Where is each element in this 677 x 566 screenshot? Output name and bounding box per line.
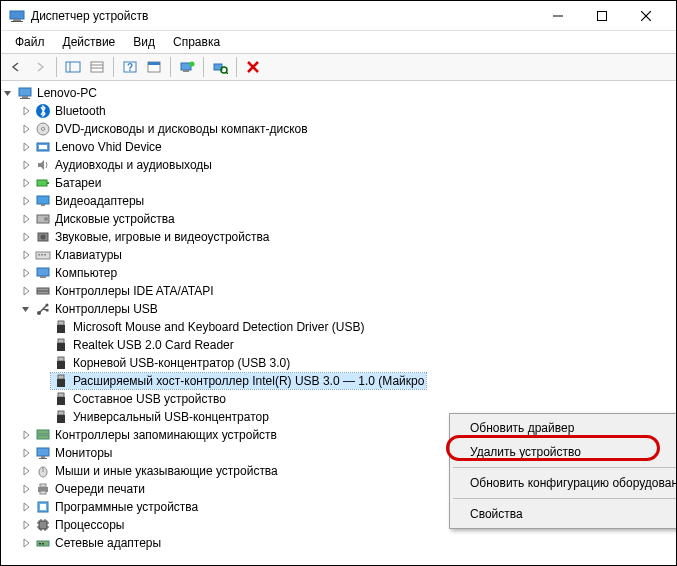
svg-point-18	[190, 62, 195, 67]
back-button[interactable]	[5, 56, 27, 78]
svg-rect-63	[58, 411, 64, 415]
monitor-icon	[35, 445, 51, 461]
menu-help[interactable]: Справка	[165, 33, 228, 51]
expand-collapse-icon[interactable]	[19, 248, 33, 262]
software-icon	[35, 499, 51, 515]
properties-sheet-button[interactable]	[143, 56, 165, 78]
forward-button[interactable]	[29, 56, 51, 78]
storage-icon	[35, 427, 51, 443]
expand-collapse-icon[interactable]	[19, 302, 33, 316]
ctx-scan-hardware[interactable]: Обновить конфигурацию оборудовани	[452, 471, 676, 495]
menu-file[interactable]: Файл	[7, 33, 53, 51]
expand-collapse-icon[interactable]	[19, 536, 33, 550]
menu-action[interactable]: Действие	[55, 33, 124, 51]
ide-icon	[35, 283, 51, 299]
expand-collapse-icon[interactable]	[19, 176, 33, 190]
expand-collapse-icon[interactable]	[19, 212, 33, 226]
tree-item-label: Видеоадаптеры	[55, 194, 144, 208]
usbdev-icon	[53, 355, 69, 371]
tree-device[interactable]: Составное USB устройство	[1, 390, 676, 408]
tree-category[interactable]: DVD-дисководы и дисководы компакт-дисков	[1, 120, 676, 138]
svg-rect-45	[40, 276, 46, 278]
svg-rect-0	[10, 11, 24, 19]
svg-rect-33	[47, 182, 49, 184]
expand-collapse-icon[interactable]	[19, 140, 33, 154]
title-bar: Диспетчер устройств	[1, 1, 676, 31]
tree-item-label: Аудиовходы и аудиовыходы	[55, 158, 212, 172]
svg-rect-74	[40, 491, 46, 494]
tree-item-label: Контроллеры запоминающих устройств	[55, 428, 277, 442]
tree-item-label: Процессоры	[55, 518, 125, 532]
tree-category[interactable]: Контроллеры IDE ATA/ATAPI	[1, 282, 676, 300]
scan-hardware-button[interactable]	[209, 56, 231, 78]
expand-collapse-icon[interactable]	[19, 482, 33, 496]
expand-collapse-icon[interactable]	[19, 266, 33, 280]
svg-rect-65	[37, 430, 49, 434]
tree-item-label: Контроллеры USB	[55, 302, 158, 316]
tree-category[interactable]: Видеоадаптеры	[1, 192, 676, 210]
tree-device[interactable]: Realtek USB 2.0 Card Reader	[1, 336, 676, 354]
tree-category[interactable]: Сетевые адаптеры	[1, 534, 676, 552]
expand-collapse-icon[interactable]	[19, 230, 33, 244]
lenovo-icon	[35, 139, 51, 155]
expand-collapse-icon[interactable]	[19, 158, 33, 172]
display-icon	[35, 193, 51, 209]
tree-item-label: Мониторы	[55, 446, 112, 460]
svg-rect-26	[20, 98, 30, 99]
help-button[interactable]: ?	[119, 56, 141, 78]
tree-category[interactable]: Дисковые устройства	[1, 210, 676, 228]
svg-rect-60	[57, 379, 65, 387]
svg-rect-41	[38, 254, 40, 256]
update-driver-button[interactable]	[176, 56, 198, 78]
svg-text:?: ?	[127, 62, 133, 73]
tree-device[interactable]: Microsoft Mouse and Keyboard Detection D…	[1, 318, 676, 336]
show-hide-console-button[interactable]	[62, 56, 84, 78]
tree-item-label: Звуковые, игровые и видеоустройства	[55, 230, 269, 244]
ctx-uninstall-device[interactable]: Удалить устройство	[452, 440, 676, 464]
toolbar-separator	[170, 57, 171, 77]
tree-category[interactable]: Контроллеры USB	[1, 300, 676, 318]
tree-category[interactable]: Аудиовходы и аудиовыходы	[1, 156, 676, 174]
battery-icon	[35, 175, 51, 191]
menu-view[interactable]: Вид	[125, 33, 163, 51]
close-button[interactable]	[624, 1, 668, 30]
svg-rect-57	[58, 357, 64, 361]
maximize-button[interactable]	[580, 1, 624, 30]
uninstall-button[interactable]	[242, 56, 264, 78]
tree-item-label: Программные устройства	[55, 500, 198, 514]
tree-root[interactable]: Lenovo-PC	[1, 84, 676, 102]
context-menu: Обновить драйвер Удалить устройство Обно…	[449, 413, 676, 529]
expand-collapse-icon[interactable]	[1, 86, 15, 100]
minimize-button[interactable]	[536, 1, 580, 30]
svg-rect-58	[57, 361, 65, 369]
svg-rect-73	[40, 484, 46, 487]
tree-device[interactable]: Расширяемый хост-контроллер Intel(R) USB…	[1, 372, 676, 390]
expand-collapse-icon[interactable]	[19, 464, 33, 478]
svg-rect-62	[57, 397, 65, 405]
expand-collapse-icon[interactable]	[19, 194, 33, 208]
expand-collapse-icon[interactable]	[19, 518, 33, 532]
properties-button[interactable]	[86, 56, 108, 78]
ctx-update-driver[interactable]: Обновить драйвер	[452, 416, 676, 440]
tree-category[interactable]: Lenovo Vhid Device	[1, 138, 676, 156]
svg-rect-67	[37, 448, 49, 456]
tree-category[interactable]: Компьютер	[1, 264, 676, 282]
svg-rect-7	[66, 62, 80, 72]
tree-category[interactable]: Батареи	[1, 174, 676, 192]
svg-rect-34	[37, 196, 49, 204]
svg-rect-59	[58, 375, 64, 379]
tree-category[interactable]: Звуковые, игровые и видеоустройства	[1, 228, 676, 246]
expand-collapse-icon[interactable]	[19, 500, 33, 514]
expand-collapse-icon[interactable]	[19, 284, 33, 298]
expand-collapse-icon[interactable]	[19, 446, 33, 460]
expand-collapse-icon[interactable]	[19, 122, 33, 136]
svg-rect-61	[58, 393, 64, 397]
expand-collapse-icon[interactable]	[19, 104, 33, 118]
svg-rect-44	[37, 268, 49, 276]
tree-device[interactable]: Корневой USB-концентратор (USB 3.0)	[1, 354, 676, 372]
ctx-properties[interactable]: Свойства	[452, 502, 676, 526]
tree-category[interactable]: Bluetooth	[1, 102, 676, 120]
expand-collapse-icon[interactable]	[19, 428, 33, 442]
tree-category[interactable]: Клавиатуры	[1, 246, 676, 264]
network-icon	[35, 535, 51, 551]
